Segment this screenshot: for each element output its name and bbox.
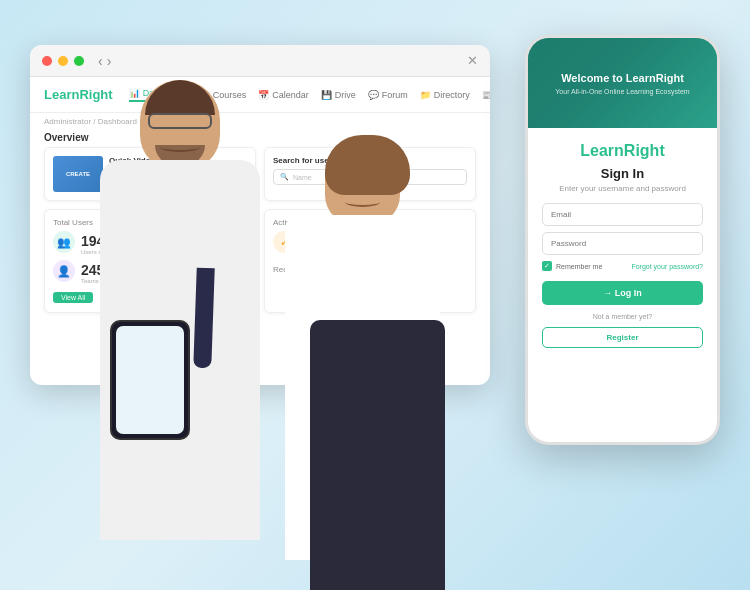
browser-close-button[interactable]: ✕ (467, 53, 478, 68)
search-card: Search for user 🔍 Name (264, 147, 476, 201)
active-icon: ✓ (273, 231, 295, 253)
stats-row: Total Users 👥 194 Users and this month 👤… (30, 209, 490, 321)
remember-me-row: ✓ Remember me Forgot your password? (542, 261, 703, 271)
browser-titlebar: ‹ › ✕ (30, 45, 490, 77)
mobile-header: Welcome to LearnRight Your All-in-One On… (528, 38, 717, 128)
search-placeholder: Name (293, 174, 312, 181)
mobile-mockup: Welcome to LearnRight Your All-in-One On… (525, 35, 720, 445)
logo-learn: Learn (44, 87, 79, 102)
mobile-signin-title: Sign In (542, 166, 703, 181)
browser-forward-icon: › (107, 53, 112, 69)
login-button[interactable]: → Log In (542, 281, 703, 305)
desktop-browser-mockup: ‹ › ✕ LearnRight 📊 Dashboard 🎓 Courses 📅 (30, 45, 490, 385)
logo-right: Right (79, 87, 112, 102)
browser-content: LearnRight 📊 Dashboard 🎓 Courses 📅 Calen… (30, 77, 490, 321)
overview-title: Overview (30, 130, 490, 147)
mobile-logo-right: Right (624, 142, 665, 159)
active-users-sub: This we... (301, 241, 327, 247)
nav-calendar[interactable]: 📅 Calendar (258, 88, 309, 102)
news-icon: 📰 (482, 90, 490, 100)
total-users-card: Total Users 👥 194 Users and this month 👤… (44, 209, 256, 313)
video-card-title: Quick Video Tour (109, 156, 247, 165)
total-users-label: Total Users (53, 218, 247, 227)
nav-news[interactable]: 📰 News (482, 88, 490, 102)
teams-sub: Teams and this month (81, 278, 140, 284)
browser-back-icon: ‹ (98, 53, 103, 69)
cards-area: CREATE Quick Video Tour Watch tutorials … (30, 147, 490, 209)
nav-directory-label: Directory (434, 90, 470, 100)
browser-dot-green (74, 56, 84, 66)
total-users-count: 194 (81, 233, 138, 249)
remember-me-label: Remember me (556, 263, 602, 270)
remember-me-checkbox[interactable]: ✓ (542, 261, 552, 271)
browser-dot-yellow (58, 56, 68, 66)
nav-items: 📊 Dashboard 🎓 Courses 📅 Calendar 💾 Drive… (129, 88, 490, 102)
search-user-input[interactable]: 🔍 Name (273, 169, 467, 185)
nav-calendar-label: Calendar (272, 90, 309, 100)
mobile-tagline: Your All-in-One Online Learning Ecosyste… (555, 88, 689, 95)
nav-courses[interactable]: 🎓 Courses (199, 88, 247, 102)
forum-icon: 💬 (368, 90, 379, 100)
nav-forum[interactable]: 💬 Forum (368, 88, 408, 102)
mobile-logo-learn: Learn (580, 142, 624, 159)
remember-me-left: ✓ Remember me (542, 261, 602, 271)
teams-icon: 👤 (53, 260, 75, 282)
active-users-label: Active users (273, 218, 467, 227)
video-card: CREATE Quick Video Tour Watch tutorials … (44, 147, 256, 201)
video-thumbnail: CREATE (53, 156, 103, 192)
not-member-text: Not a member yet? (542, 313, 703, 320)
nav-directory[interactable]: 📁 Directory (420, 88, 470, 102)
breadcrumb: Administrator / Dashboard (30, 113, 490, 130)
total-users-sub: Users and this month (81, 249, 138, 255)
nav-courses-label: Courses (213, 90, 247, 100)
mobile-logo: LearnRight (542, 142, 703, 160)
drive-icon: 💾 (321, 90, 332, 100)
app-logo: LearnRight (44, 87, 113, 102)
nav-forum-label: Forum (382, 90, 408, 100)
search-card-title: Search for user (273, 156, 467, 165)
nav-dashboard-label: Dashboard (143, 88, 187, 98)
directory-icon: 📁 (420, 90, 431, 100)
nav-drive[interactable]: 💾 Drive (321, 88, 356, 102)
users-icon: 👥 (53, 231, 75, 253)
courses-icon: 🎓 (199, 90, 210, 100)
browser-dot-red (42, 56, 52, 66)
register-button[interactable]: Register (542, 327, 703, 348)
browser-navigation: ‹ › (98, 53, 111, 69)
password-input[interactable] (542, 232, 703, 255)
search-icon: 🔍 (280, 173, 289, 181)
calendar-icon: 📅 (258, 90, 269, 100)
dashboard-icon: 📊 (129, 88, 140, 98)
mobile-signin-form: LearnRight Sign In Enter your username a… (528, 128, 717, 362)
view-all-button[interactable]: View All (53, 292, 93, 303)
recent-label: Rece... (273, 265, 467, 274)
email-input[interactable] (542, 203, 703, 226)
app-navigation: LearnRight 📊 Dashboard 🎓 Courses 📅 Calen… (30, 77, 490, 113)
forgot-password-link[interactable]: Forgot your password? (631, 263, 703, 270)
active-users-card: Active users ✓ This we... Rece... (264, 209, 476, 313)
mobile-header-text: Welcome to LearnRight Your All-in-One On… (555, 71, 689, 94)
teams-count: 245 (81, 262, 140, 278)
mobile-welcome-text: Welcome to LearnRight (555, 71, 689, 85)
nav-dashboard[interactable]: 📊 Dashboard (129, 88, 187, 102)
mobile-signin-subtitle: Enter your username and password (542, 184, 703, 193)
nav-drive-label: Drive (335, 90, 356, 100)
video-card-description: Watch tutorials to get started with the … (109, 169, 247, 189)
